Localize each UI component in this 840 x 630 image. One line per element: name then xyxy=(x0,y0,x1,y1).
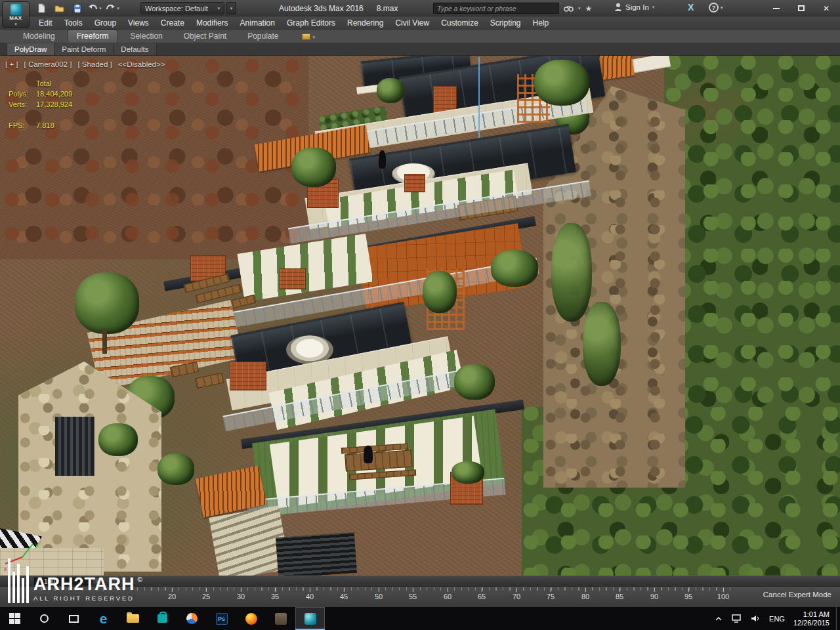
help-caret-icon: ▾ xyxy=(721,5,723,10)
sign-in-label: Sign In xyxy=(625,3,649,11)
menu-item-edit[interactable]: Edit xyxy=(33,16,58,29)
maximize-icon xyxy=(798,5,805,11)
redo-caret-icon[interactable]: ▾ xyxy=(117,6,119,10)
speaker-icon xyxy=(751,614,760,623)
application-menu-button[interactable]: MAX ▾ xyxy=(2,1,30,28)
track-bar[interactable]: 100 › xyxy=(0,576,840,586)
file-explorer-button[interactable] xyxy=(118,607,148,630)
subtab-polydraw[interactable]: PolyDraw xyxy=(7,43,54,55)
ribbon-minimize-toggle[interactable]: ▾ xyxy=(302,33,316,43)
menu-item-animation[interactable]: Animation xyxy=(234,16,281,29)
maximize-button[interactable] xyxy=(789,0,814,16)
time-slider[interactable]: 100 xyxy=(34,578,92,585)
workspace-dropdown[interactable]: Workspace: Default ▾ xyxy=(140,2,224,14)
entrance-gate xyxy=(55,417,94,476)
menu-item-rendering[interactable]: Rendering xyxy=(341,16,389,29)
search-icon xyxy=(40,614,49,623)
3ds-max-window: ▾ ▾ Workspace: Default ▾ ▾ Autodesk 3ds … xyxy=(0,0,840,630)
save-disk-icon xyxy=(73,4,82,13)
search-history-button[interactable]: ▾ xyxy=(578,6,581,10)
viewport-camera-menu[interactable]: [ Camera002 ] xyxy=(24,60,72,68)
viewport[interactable]: [ + ] [ Camera002 ] [ Shaded ] <<Disable… xyxy=(0,56,840,576)
timeline-tick: 60 xyxy=(444,588,452,600)
edge-icon: e xyxy=(100,612,108,625)
firefox-icon xyxy=(245,613,257,625)
timeline-tick: 55 xyxy=(409,588,417,600)
media-player-button[interactable] xyxy=(177,607,207,630)
advanced-search-button[interactable] xyxy=(564,5,574,12)
task-view-button[interactable] xyxy=(59,607,89,630)
stats-fps-label: FPS: xyxy=(9,120,36,131)
subtab-paint-deform[interactable]: Paint Deform xyxy=(54,43,114,55)
ribbon-tab-freeform[interactable]: Freeform xyxy=(68,30,118,43)
store-icon xyxy=(158,614,167,623)
menu-item-views[interactable]: Views xyxy=(122,16,155,29)
ribbon-tab-populate[interactable]: Populate xyxy=(239,30,287,43)
timeline-tick: 35 xyxy=(271,588,279,600)
menu-item-customize[interactable]: Customize xyxy=(435,16,484,29)
redo-button[interactable]: ▾ xyxy=(105,2,120,14)
clock-date: 12/26/2015 xyxy=(793,619,830,627)
open-file-button[interactable] xyxy=(52,2,67,14)
workspace-extra-dropdown[interactable]: ▾ xyxy=(226,2,236,14)
tree xyxy=(534,60,589,106)
wall-vine xyxy=(551,223,592,322)
3ds-max-taskbar-icon xyxy=(304,613,316,625)
timeline-tick: 70 xyxy=(513,588,520,600)
next-frame-icon: › xyxy=(96,578,98,585)
new-scene-button[interactable] xyxy=(34,2,49,14)
show-desktop-button[interactable] xyxy=(836,607,840,630)
store-button[interactable] xyxy=(148,607,177,630)
hidden-icons-button[interactable] xyxy=(710,607,727,630)
patio-chair xyxy=(195,373,224,388)
search-button[interactable] xyxy=(30,607,59,630)
3ds-max-taskbar-button[interactable] xyxy=(295,607,325,630)
ribbon-tab-selection[interactable]: Selection xyxy=(121,30,171,43)
start-button[interactable] xyxy=(0,607,30,630)
timeline-tick: 25 xyxy=(202,588,210,600)
minimize-button[interactable] xyxy=(764,0,789,16)
brick-planter xyxy=(280,268,306,289)
undo-button[interactable]: ▾ xyxy=(87,2,102,14)
3ds-max-logo-icon xyxy=(10,4,22,15)
menu-item-modifiers[interactable]: Modifiers xyxy=(190,16,234,29)
media-player-icon xyxy=(186,613,198,624)
network-button[interactable] xyxy=(727,607,746,630)
save-file-button[interactable] xyxy=(70,2,85,14)
ribbon-tab-modeling[interactable]: Modeling xyxy=(14,30,64,43)
viewport-general-menu[interactable]: [ + ] xyxy=(5,60,18,68)
menu-item-group[interactable]: Group xyxy=(89,16,122,29)
menu-item-scripting[interactable]: Scripting xyxy=(484,16,527,29)
menu-item-tools[interactable]: Tools xyxy=(58,16,89,29)
search-input[interactable] xyxy=(433,3,559,14)
pinned-app-button[interactable] xyxy=(266,607,295,630)
file-explorer-icon xyxy=(127,614,139,623)
menu-item-graph-editors[interactable]: Graph Editors xyxy=(281,16,341,29)
tree xyxy=(291,148,336,187)
timeline-tick: 50 xyxy=(375,588,383,600)
app-menu-caret-icon: ▾ xyxy=(14,22,17,26)
next-frame-button[interactable]: › xyxy=(93,578,102,585)
favorites-button[interactable]: ★ xyxy=(585,4,593,13)
subtab-defaults[interactable]: Defaults xyxy=(114,43,156,55)
taskbar-clock[interactable]: 1:01 AM 12/26/2015 xyxy=(789,610,836,627)
exchange-apps-button[interactable]: X xyxy=(688,2,694,12)
close-button[interactable]: ✕ xyxy=(814,0,839,16)
menu-item-create[interactable]: Create xyxy=(155,16,190,29)
menu-item-help[interactable]: Help xyxy=(527,16,555,29)
language-indicator[interactable]: ENG xyxy=(765,607,789,630)
firefox-button[interactable] xyxy=(236,607,266,630)
menu-item-civil-view[interactable]: Civil View xyxy=(389,16,435,29)
help-button[interactable]: ? ▾ xyxy=(709,3,723,12)
sign-in-button[interactable]: Sign In ▾ xyxy=(614,3,654,11)
ribbon-toggle-caret-icon: ▾ xyxy=(313,35,316,39)
viewport-shading-menu[interactable]: [ Shaded ] xyxy=(77,60,112,68)
exchange-x-icon: X xyxy=(688,2,694,12)
undo-caret-icon[interactable]: ▾ xyxy=(99,6,102,10)
cancel-expert-mode-button[interactable]: Cancel Expert Mode xyxy=(763,591,831,598)
volume-button[interactable] xyxy=(746,607,765,630)
timeline-ruler[interactable]: 20 25 30 35 40 45 50 55 60 65 70 75 80 8… xyxy=(0,586,840,607)
edge-taskbar-button[interactable]: e xyxy=(89,607,118,630)
ribbon-tab-object-paint[interactable]: Object Paint xyxy=(175,30,235,43)
photoshop-button[interactable]: Ps xyxy=(207,607,236,630)
